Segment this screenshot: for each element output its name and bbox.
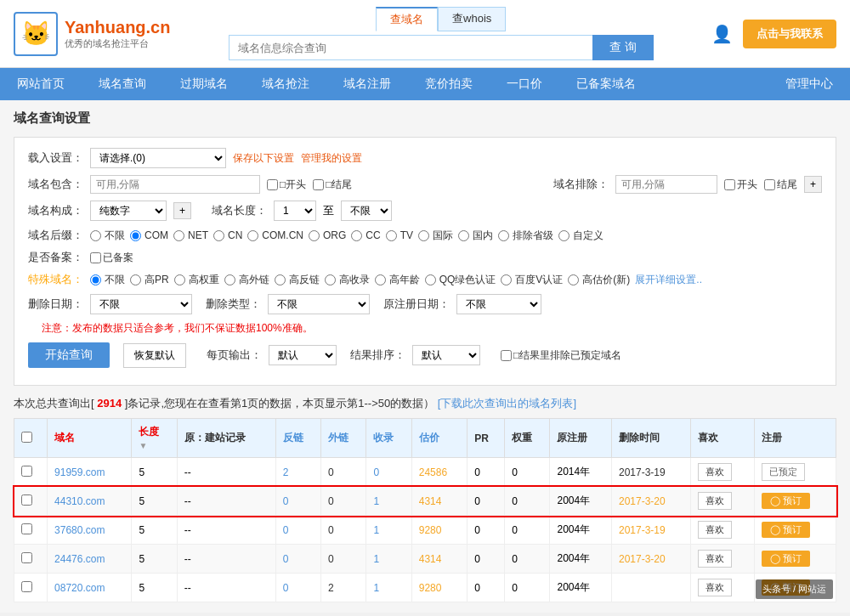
exclude-input[interactable] [615,175,717,194]
row-checkbox[interactable] [21,552,32,563]
special-baidu-v[interactable]: 百度V认证 [501,273,563,287]
nav-item-expired-domain[interactable]: 过期域名 [163,68,245,100]
sort-select[interactable]: 默认 [412,345,480,365]
delete-type-select[interactable]: 不限 [268,294,370,314]
nav-item-fixed-price[interactable]: 一口价 [490,68,559,100]
row-checkbox-cell [14,516,48,545]
preorder-button[interactable]: ◯ 预订 [762,551,810,567]
nav-item-icp-domain[interactable]: 已备案域名 [559,68,653,100]
exclude-reserved-checkbox[interactable] [501,350,512,361]
row-outlinks: 0 [321,516,366,545]
exclude-end-label[interactable]: 结尾 [764,178,797,192]
save-settings-link[interactable]: 保存以下设置 [233,151,294,166]
fav-button[interactable]: 喜欢 [698,550,732,568]
end-checkbox[interactable] [313,179,324,190]
select-all-checkbox[interactable] [21,432,32,443]
special-high-age[interactable]: 高年龄 [375,273,420,287]
site-subtitle: 优秀的域名抢注平台 [65,37,170,50]
special-high-val[interactable]: 高估价(新) [568,273,630,287]
per-page-select[interactable]: 默认 20 50 100 [269,345,337,365]
reserved-button[interactable]: 已预定 [762,463,805,481]
domain-link[interactable]: 24476.com [54,553,105,565]
orig-reg-label: 原注册日期： [383,297,450,312]
beian-checkbox[interactable] [90,252,101,263]
nav-item-domain-grab[interactable]: 域名抢注 [245,68,326,100]
suffix-domestic[interactable]: 国内 [458,229,493,243]
contact-button[interactable]: 点击与我联系 [743,20,836,48]
reset-button[interactable]: 恢复默认 [123,343,186,368]
expand-link[interactable]: 展开详细设置.. [635,273,702,287]
search-input[interactable] [229,35,592,60]
download-link[interactable]: [下载此次查询出的域名列表] [438,397,576,410]
row-checkbox-cell [14,574,48,602]
domain-link[interactable]: 44310.com [54,495,105,507]
suffix-cc[interactable]: CC [351,229,380,241]
row-checkbox[interactable] [21,466,32,477]
load-label: 载入设置： [28,150,83,166]
exclude-reserved-label[interactable]: □结果里排除已预定域名 [501,348,621,363]
nav-item-admin[interactable]: 管理中心 [768,68,850,100]
orig-reg-select[interactable]: 不限 [456,294,541,314]
special-qq-green[interactable]: QQ绿色认证 [425,273,496,287]
suffix-com[interactable]: COM [130,229,168,241]
domain-link[interactable]: 37680.com [54,524,105,536]
col-value[interactable]: 估价 [411,419,468,458]
col-outlinks[interactable]: 外链 [321,419,366,458]
preorder-button[interactable]: ◯ 预订 [762,493,810,509]
fav-button[interactable]: 喜欢 [698,579,732,596]
row-checkbox[interactable] [21,523,32,534]
tab-search-domain[interactable]: 查域名 [376,7,438,31]
suffix-exclude-province[interactable]: 排除省级 [498,229,553,243]
query-button[interactable]: 开始查询 [28,342,110,368]
col-checkbox [14,419,48,458]
suffix-comcn[interactable]: COM.CN [247,229,303,241]
length-from-select[interactable]: 12345 [274,201,316,221]
beian-checkbox-label[interactable]: 已备案 [90,251,133,265]
exclude-start-checkbox[interactable] [724,179,735,190]
domain-link[interactable]: 08720.com [54,582,105,594]
tab-search-whois[interactable]: 查whois [438,7,506,31]
suffix-tv[interactable]: TV [386,229,413,241]
special-high-pr[interactable]: 高PR [130,273,169,287]
special-unlimit[interactable]: 不限 [90,273,125,287]
load-select[interactable]: 请选择.(0) [90,148,226,168]
suffix-net[interactable]: NET [173,229,208,241]
delete-date-select[interactable]: 不限 [90,294,192,314]
suffix-cn[interactable]: CN [213,229,242,241]
nav-item-auction[interactable]: 竞价拍卖 [408,68,490,100]
special-high-outlink[interactable]: 高外链 [224,273,269,287]
suffix-org[interactable]: ORG [309,229,346,241]
manage-settings-link[interactable]: 管理我的设置 [301,151,362,166]
nav-item-domain-register[interactable]: 域名注册 [326,68,408,100]
nav-item-domain-query[interactable]: 域名查询 [82,68,163,100]
col-backlinks[interactable]: 反链 [275,419,320,458]
contain-input[interactable] [90,175,260,194]
length-to-select[interactable]: 不限2345 [341,201,392,221]
suffix-intl[interactable]: 国际 [418,229,453,243]
col-indexed[interactable]: 收录 [366,419,411,458]
special-high-indexed[interactable]: 高收录 [325,273,370,287]
start-checkbox[interactable] [267,179,278,190]
row-value: 24586 [411,458,468,487]
special-high-weight[interactable]: 高权重 [174,273,219,287]
domain-link[interactable]: 91959.com [54,466,105,478]
search-button[interactable]: 查 询 [592,35,654,60]
fav-button[interactable]: 喜欢 [698,463,732,481]
compose-plus-button[interactable]: + [173,202,191,219]
special-high-backlink[interactable]: 高反链 [275,273,320,287]
nav-item-home[interactable]: 网站首页 [0,68,82,100]
fav-button[interactable]: 喜欢 [698,492,732,510]
exclude-start-label[interactable]: 开头 [724,178,757,192]
fav-button[interactable]: 喜欢 [698,521,732,539]
preorder-button[interactable]: ◯ 预订 [762,522,810,538]
exclude-plus-button[interactable]: + [804,176,822,193]
suffix-unlimit[interactable]: 不限 [90,229,125,243]
exclude-end-checkbox[interactable] [764,179,775,190]
start-checkbox-label[interactable]: □开头 [267,178,306,192]
row-pr: 0 [468,545,505,574]
row-checkbox[interactable] [21,494,32,506]
suffix-custom[interactable]: 自定义 [558,229,604,243]
row-checkbox[interactable] [21,581,32,592]
end-checkbox-label[interactable]: □结尾 [313,178,352,192]
compose-select[interactable]: 纯数字 纯字母 数字+字母 [90,201,167,221]
